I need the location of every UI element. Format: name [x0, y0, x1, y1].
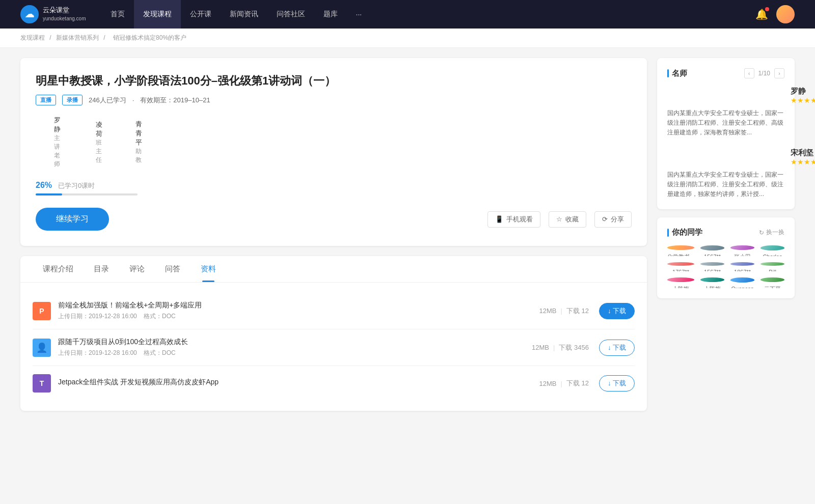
nav-qa[interactable]: 问答社区 — [267, 0, 314, 29]
logo-icon: ☁ — [20, 5, 39, 23]
refresh-label: 换一换 — [766, 228, 784, 237]
refresh-icon: ↻ — [759, 229, 764, 236]
bell-icon[interactable]: 🔔 — [755, 8, 768, 20]
teacher-2-name: 青青平 — [135, 120, 144, 147]
classmates-title: 你的同学 — [667, 228, 759, 237]
breadcrumb: 发现课程 / 新媒体营销系列 / 销冠修炼术搞定80%的客户 — [0, 29, 815, 48]
main-layout: 明星中教授课，小学阶段语法100分–强化级第1讲动词（一） 直播 录播 246人… — [0, 48, 815, 421]
student-3-avatar — [760, 245, 784, 250]
file-meta-1: 上传日期：2019-12-28 16:00 格式：DOC — [58, 349, 532, 357]
file-item-1: 👤 跟随千万级项目从0到100全过程高效成长 上传日期：2019-12-28 1… — [33, 329, 635, 366]
tab-intro[interactable]: 课程介绍 — [33, 256, 84, 282]
teacher-sidebar-1-header: 宋利坚 ★★★★☆ — [667, 148, 784, 166]
nav-more[interactable]: ··· — [347, 0, 371, 29]
badge-rec: 录播 — [62, 95, 83, 105]
nav-home[interactable]: 首页 — [101, 0, 134, 29]
collect-button[interactable]: ☆ 收藏 — [549, 211, 586, 228]
mobile-watch-button[interactable]: 📱 手机观看 — [487, 211, 540, 228]
file-name-0: 前端全栈加强版！前端全栈+全周期+多端应用 — [58, 301, 539, 310]
file-size-2: 12MB — [539, 380, 556, 387]
user-avatar[interactable] — [776, 5, 795, 23]
progress-bar-bg — [36, 193, 138, 195]
collect-label: 收藏 — [565, 215, 579, 224]
teachers-sidebar-title: 名师 — [667, 69, 744, 78]
file-downloads-2: 下载 12 — [566, 379, 589, 388]
teacher-0: 罗静 主讲老师 — [36, 116, 65, 169]
tab-reviews[interactable]: 评论 — [119, 256, 155, 282]
notification-dot — [765, 7, 769, 11]
teacher-0-name: 罗静 — [54, 116, 65, 134]
tabs-card: 课程介绍 目录 评论 问答 资料 P 前端全栈加强版！前端全栈+全周期+多端应用… — [20, 256, 647, 411]
student-2: 张小田 — [730, 245, 754, 256]
student-10-avatar — [730, 277, 754, 283]
nav-news[interactable]: 新闻资讯 — [221, 0, 267, 29]
file-meta-0: 上传日期：2019-12-28 16:00 格式：DOC — [58, 312, 539, 321]
avatar-image — [776, 5, 795, 23]
valid-until: 有效期至：2019–10–21 — [140, 96, 210, 105]
breadcrumb-discover[interactable]: 发现课程 — [20, 34, 45, 41]
download-button-1[interactable]: ↓ 下载 — [599, 340, 635, 356]
tab-materials[interactable]: 资料 — [191, 256, 226, 282]
logo[interactable]: ☁ 云朵课堂yunduoketang.com — [20, 5, 86, 23]
file-info-2: Jetpack全组件实战 开发短视频应用高仿皮皮虾App — [58, 378, 539, 389]
nav-discover[interactable]: 发现课程 — [134, 0, 181, 29]
teacher-2: 青青平 助教 — [119, 120, 144, 164]
nav-exam[interactable]: 题库 — [314, 0, 347, 29]
file-name-1: 跟随千万级项目从0到100全过程高效成长 — [58, 338, 532, 347]
file-stats-0: 12MB | 下载 12 — [539, 306, 588, 316]
teacher-sidebar-0-desc: 国内某重点大学安全工程专业硕士，国家一级注册消防工程师、注册安全工程师、高级注册… — [667, 108, 784, 138]
tab-catalog[interactable]: 目录 — [84, 256, 119, 282]
student-3-name: Charles — [763, 254, 782, 256]
teacher-sidebar-0-stars: ★★★★☆ — [791, 96, 815, 104]
mobile-icon: 📱 — [495, 215, 503, 223]
continue-button[interactable]: 继续学习 — [36, 208, 109, 231]
student-0: 化学教书... — [667, 245, 694, 256]
teacher-sidebar-0: 罗静 ★★★★☆ 国内某重点大学安全工程专业硕士，国家一级注册消防工程师、注册安… — [667, 87, 784, 138]
teacher-1-name: 凌荷 — [96, 120, 104, 138]
nav-open[interactable]: 公开课 — [181, 0, 221, 29]
file-info-0: 前端全栈加强版！前端全栈+全周期+多端应用 上传日期：2019-12-28 16… — [58, 301, 539, 321]
breadcrumb-sep-2: / — [103, 34, 107, 41]
teachers-pagination: ‹ 1/10 › — [744, 68, 784, 78]
file-date-0: 上传日期：2019-12-28 16:00 — [58, 313, 137, 320]
progress-bar-fill — [36, 193, 62, 195]
teacher-sidebar-0-header: 罗静 ★★★★☆ — [667, 87, 784, 104]
action-buttons: 📱 手机观看 ☆ 收藏 ⟳ 分享 — [487, 211, 632, 228]
file-downloads-0: 下载 12 — [566, 306, 589, 316]
teachers-next-btn[interactable]: › — [774, 68, 784, 78]
student-8: 上陈梅 — [667, 277, 694, 288]
teacher-sidebar-1: 宋利坚 ★★★★☆ 国内某重点大学安全工程专业硕士，国家一级注册消防工程师、注册… — [667, 148, 784, 200]
student-5-avatar — [700, 262, 724, 266]
meta-dot: · — [132, 96, 134, 104]
course-card: 明星中教授课，小学阶段语法100分–强化级第1讲动词（一） 直播 录播 246人… — [20, 58, 647, 246]
learner-count: 246人已学习 — [89, 96, 126, 105]
download-button-0[interactable]: ↓ 下载 — [599, 303, 635, 319]
teacher-2-info: 青青平 助教 — [135, 120, 144, 164]
teacher-1-role: 班主任 — [96, 138, 104, 164]
file-format-1: 格式：DOC — [144, 349, 176, 356]
students-grid: 化学教书... 1567** 张小田 Charles 1767** — [667, 245, 784, 288]
download-button-2[interactable]: ↓ 下载 — [599, 375, 635, 391]
student-0-avatar — [667, 245, 694, 250]
badge-live: 直播 — [36, 95, 56, 105]
share-button[interactable]: ⟳ 分享 — [594, 211, 632, 228]
file-size-1: 12MB — [532, 344, 549, 351]
teachers-sidebar-card: 名师 ‹ 1/10 › 罗静 ★★★★☆ 国内某重点大学安全工程专业硕士，国家一… — [657, 58, 795, 209]
student-10: Quences — [730, 277, 754, 288]
navbar: ☁ 云朵课堂yunduoketang.com 首页 发现课程 公开课 新闻资讯 … — [0, 0, 815, 29]
student-6-avatar — [730, 262, 754, 266]
tab-qa[interactable]: 问答 — [155, 256, 191, 282]
teachers-prev-btn[interactable]: ‹ — [744, 68, 754, 78]
student-5: 1567** — [700, 262, 724, 271]
breadcrumb-series[interactable]: 新媒体营销系列 — [56, 34, 99, 41]
tabs-header: 课程介绍 目录 评论 问答 资料 — [20, 256, 647, 283]
star-icon: ☆ — [556, 215, 562, 223]
classmates-title-row: 你的同学 ↻ 换一换 — [667, 228, 784, 237]
nav-items: 首页 发现课程 公开课 新闻资讯 问答社区 题库 ··· — [101, 0, 755, 29]
content-area: 明星中教授课，小学阶段语法100分–强化级第1讲动词（一） 直播 录播 246人… — [20, 58, 647, 411]
sep-2: | — [560, 380, 562, 387]
student-1: 1567** — [700, 245, 724, 256]
student-9-name: 上陈梅 — [704, 285, 721, 288]
refresh-button[interactable]: ↻ 换一换 — [759, 228, 784, 237]
breadcrumb-sep-1: / — [49, 34, 53, 41]
